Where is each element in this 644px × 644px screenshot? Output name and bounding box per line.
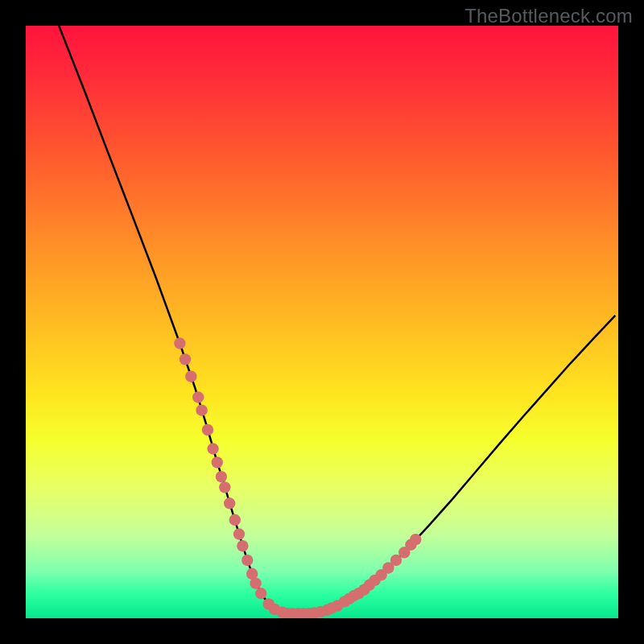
dot [250,577,261,588]
dot [185,371,196,382]
plot-area [26,26,618,618]
chart-frame: TheBottleneck.com [0,0,644,644]
dot [207,443,218,454]
dots-right [339,534,422,608]
dot [233,528,245,539]
dot [237,540,248,551]
dot [180,353,191,365]
dot [196,404,207,415]
dot [216,471,227,482]
dot [219,481,230,493]
dot [192,391,204,402]
dot [229,514,241,526]
dot [212,456,223,468]
dots-layer [26,26,618,618]
dot [255,588,266,599]
watermark-text: TheBottleneck.com [464,5,633,27]
dots-left [174,337,288,618]
dot [410,534,421,545]
dot [242,555,253,566]
dots-bottom [282,600,343,618]
dot [224,497,235,509]
dot [202,424,213,436]
dot [174,337,185,349]
